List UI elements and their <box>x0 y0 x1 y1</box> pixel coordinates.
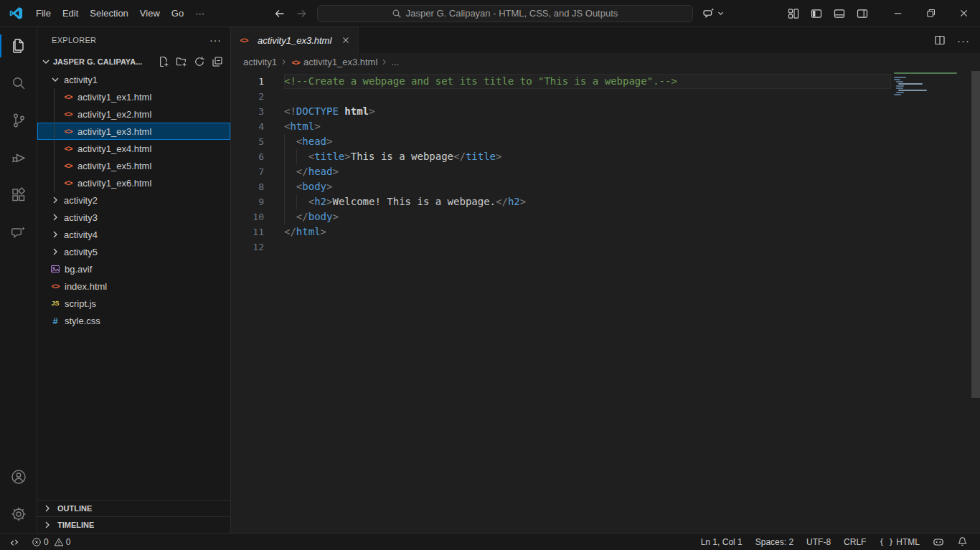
tab-close-icon[interactable] <box>341 35 351 45</box>
breadcrumb-file[interactable]: activity1_ex3.html <box>303 57 377 67</box>
workspace-section-header[interactable]: JASPER G. CALIPAYA... <box>37 52 230 71</box>
cursor-position[interactable]: Ln 1, Col 1 <box>697 534 746 550</box>
tree-item[interactable]: activity3 <box>37 209 230 226</box>
command-center-search[interactable]: Jasper G. Calipayan - HTML, CSS, and JS … <box>317 5 693 22</box>
html-file-icon: <> <box>50 282 61 290</box>
chat-view-icon[interactable] <box>0 214 37 251</box>
language-mode[interactable]: { } HTML <box>875 534 923 550</box>
tab-activity1_ex3[interactable]: <> activity1_ex3.html <box>231 27 359 53</box>
line-number: 8 <box>231 179 284 194</box>
line-number: 6 <box>231 149 284 164</box>
indent-guide <box>284 164 285 179</box>
tree-item[interactable]: <>activity1_ex2.html <box>37 105 230 123</box>
line-number: 10 <box>231 209 284 224</box>
errors-count: 0 <box>44 537 49 547</box>
copilot-chat-icon <box>703 7 715 19</box>
restore-button[interactable] <box>914 0 947 27</box>
chevron-right-icon <box>50 194 61 206</box>
tree-item[interactable]: JSscript.js <box>37 295 230 312</box>
minimize-button[interactable] <box>881 0 914 27</box>
menu-file[interactable]: File <box>30 6 57 21</box>
tree-item[interactable]: <>activity1_ex3.html <box>37 123 230 140</box>
menu-overflow[interactable]: ··· <box>189 6 210 21</box>
tree-item[interactable]: #style.css <box>37 312 230 329</box>
line-number: 4 <box>231 119 284 134</box>
code-line: 10 </body> <box>231 209 980 224</box>
split-editor-icon[interactable] <box>934 34 946 46</box>
tree-item-label: index.html <box>65 281 107 292</box>
collapse-all-icon[interactable] <box>212 56 223 67</box>
html-file-icon: <> <box>62 144 74 153</box>
chevron-right-icon <box>50 246 61 257</box>
outline-section[interactable]: OUTLINE <box>37 500 230 516</box>
settings-gear-icon[interactable] <box>0 496 37 533</box>
copilot-status-icon[interactable] <box>929 534 948 550</box>
tab-label: activity1_ex3.html <box>258 35 336 46</box>
workspace-name: JASPER G. CALIPAYA... <box>53 57 142 66</box>
file-tree: activity1<>activity1_ex1.html<>activity1… <box>37 71 230 500</box>
close-button[interactable] <box>947 0 980 27</box>
toggle-secondary-sidebar-icon[interactable] <box>857 8 868 19</box>
tree-item[interactable]: activity1 <box>37 71 230 88</box>
refresh-icon[interactable] <box>194 56 205 67</box>
copilot-menu-button[interactable] <box>703 7 725 19</box>
tree-item[interactable]: activity4 <box>37 226 230 243</box>
search-view-icon[interactable] <box>0 65 37 102</box>
menu-selection[interactable]: Selection <box>84 6 133 21</box>
tree-item[interactable]: <>activity1_ex5.html <box>37 157 230 174</box>
new-file-icon[interactable] <box>158 56 169 67</box>
indentation-setting[interactable]: Spaces: 2 <box>752 534 797 550</box>
code-line: 6 <title>This is a webpage</title> <box>231 149 980 164</box>
tree-item-label: bg.avif <box>65 264 92 275</box>
breadcrumb-folder[interactable]: activity1 <box>243 57 277 67</box>
timeline-section[interactable]: TIMELINE <box>37 516 230 533</box>
tree-item-label: activity1 <box>64 75 98 85</box>
explorer-more-actions-icon[interactable]: ··· <box>209 34 222 46</box>
explorer-view-icon[interactable] <box>0 27 37 65</box>
source-control-view-icon[interactable] <box>0 102 37 139</box>
eol-setting[interactable]: CRLF <box>840 534 870 550</box>
new-folder-icon[interactable] <box>176 56 187 67</box>
toggle-primary-sidebar-icon[interactable] <box>811 8 822 19</box>
chevron-right-icon <box>279 57 288 67</box>
timeline-label: TIMELINE <box>57 521 94 529</box>
account-icon[interactable] <box>0 458 37 496</box>
tree-item-label: script.js <box>65 298 96 309</box>
encoding-setting[interactable]: UTF-8 <box>803 534 834 550</box>
tree-item[interactable]: <>activity1_ex4.html <box>37 140 230 157</box>
menu-edit[interactable]: Edit <box>57 6 84 21</box>
tree-item[interactable]: <>index.html <box>37 278 230 295</box>
line-number: 11 <box>231 224 284 240</box>
extensions-view-icon[interactable] <box>0 176 37 214</box>
tree-item-label: activity1_ex4.html <box>77 143 151 154</box>
toggle-panel-icon[interactable] <box>834 8 845 19</box>
back-arrow-icon[interactable] <box>274 8 286 19</box>
indent-guide <box>284 179 285 194</box>
code-line: 12 <box>231 240 980 255</box>
tree-item[interactable]: activity5 <box>37 243 230 260</box>
tree-item-label: activity2 <box>64 195 98 206</box>
line-number: 9 <box>231 194 284 209</box>
sidebar-explorer: EXPLORER ··· JASPER G. CALIPAYA... <box>37 27 231 533</box>
tree-item[interactable]: bg.avif <box>37 260 230 278</box>
editor-more-actions-icon[interactable]: ··· <box>957 34 970 47</box>
menu-view[interactable]: View <box>134 6 166 21</box>
problems-indicator[interactable]: 0 0 <box>32 537 70 547</box>
chevron-right-icon <box>42 503 53 514</box>
notifications-bell-icon[interactable] <box>953 534 971 550</box>
code-editor[interactable]: 1<!--Create a webpage and set its title … <box>231 71 980 533</box>
customize-layout-icon[interactable] <box>788 8 799 19</box>
breadcrumb-symbol[interactable]: ... <box>391 57 399 67</box>
run-debug-view-icon[interactable] <box>0 139 37 176</box>
chevron-right-icon <box>50 212 61 223</box>
tree-item[interactable]: <>activity1_ex1.html <box>37 88 230 105</box>
code-line: 2 <box>231 89 980 104</box>
tree-item[interactable]: <>activity1_ex6.html <box>37 174 230 191</box>
tree-item-label: activity1_ex2.html <box>77 109 151 120</box>
menu-go[interactable]: Go <box>166 6 189 21</box>
errors-icon <box>32 537 42 547</box>
html-file-icon: <> <box>238 36 250 44</box>
remote-indicator-icon[interactable] <box>6 534 23 550</box>
tree-item-label: activity1_ex1.html <box>77 92 151 103</box>
tree-item[interactable]: activity2 <box>37 191 230 209</box>
